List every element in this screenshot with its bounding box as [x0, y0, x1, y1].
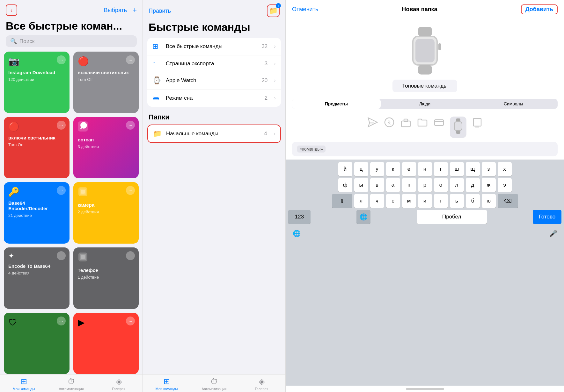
tab-gallery-p2[interactable]: ◈ Галерея [238, 377, 285, 391]
shortcut-card-vpn[interactable]: ··· 🛡 [4, 313, 70, 374]
shortcut-card-base64[interactable]: ··· 🔑 Base64 Encoder/Decoder 21 действие [4, 182, 70, 244]
key-ж[interactable]: ж [482, 178, 496, 192]
folder-item-startup[interactable]: 📁 Начальные команды 4 › [148, 125, 280, 142]
shortcut-card-youtube[interactable]: ··· ▶ [73, 313, 139, 374]
key-щ[interactable]: щ [466, 162, 480, 176]
list-item-count: 3 [265, 61, 267, 67]
emoji-card[interactable] [433, 117, 445, 138]
all-shortcuts-icon: ⊞ [152, 42, 161, 51]
key-о[interactable]: о [434, 178, 448, 192]
cancel-button[interactable]: Отменить [292, 6, 318, 13]
key-с[interactable]: с [386, 194, 400, 208]
more-button[interactable]: ··· [126, 55, 135, 64]
more-button[interactable]: ··· [126, 121, 135, 130]
emoji-folder[interactable] [417, 117, 428, 138]
more-button[interactable]: ··· [57, 121, 66, 130]
shift-key[interactable]: ⇧ [332, 194, 352, 208]
emoji-send[interactable] [367, 117, 378, 138]
list-item-export[interactable]: ↑ Страница экспорта 3 › [147, 55, 281, 72]
list-item-label: Apple Watch [166, 77, 257, 84]
key-ч[interactable]: ч [370, 194, 384, 208]
mic-key[interactable]: 🎤 [546, 226, 560, 240]
more-button[interactable]: ··· [57, 317, 66, 325]
key-б[interactable]: б [466, 194, 480, 208]
shortcut-card-phone[interactable]: ··· Телефон 1 действие [73, 247, 139, 309]
key-м[interactable]: м [402, 194, 416, 208]
more-button[interactable]: ··· [126, 186, 135, 195]
list-item-sleep[interactable]: 🛏 Режим сна 2 › [147, 89, 281, 107]
emoji-tab-people[interactable]: Люди [381, 99, 469, 109]
key-ц[interactable]: ц [354, 162, 368, 176]
card-icon [78, 121, 135, 134]
emoji-watch[interactable] [450, 117, 466, 138]
key-ы[interactable]: ы [354, 178, 368, 192]
edit-button[interactable]: Править [149, 8, 171, 14]
key-в[interactable]: в [370, 178, 384, 192]
key-г[interactable]: г [434, 162, 448, 176]
folder-name-input[interactable]: «команды» [292, 142, 558, 156]
shortcut-card-whatsapp[interactable]: ··· вотсап 3 действия [73, 117, 139, 178]
tab-automation[interactable]: ⏱ Автоматизация [48, 377, 95, 391]
key-л[interactable]: л [450, 178, 464, 192]
key-я[interactable]: я [354, 194, 368, 208]
emoji-compass[interactable] [384, 117, 395, 138]
emoji-briefcase[interactable] [400, 117, 412, 138]
tab-auto-icon: ⏱ [68, 377, 75, 386]
back-button[interactable]: ‹ [6, 4, 17, 16]
card-icon: 🔴 [8, 121, 65, 132]
key-т[interactable]: т [434, 194, 448, 208]
key-р[interactable]: р [418, 178, 432, 192]
shortcut-card-encode[interactable]: ··· ✦ Encode To Base64 4 действия [4, 247, 70, 309]
more-button[interactable]: ··· [126, 317, 135, 325]
more-button[interactable]: ··· [57, 186, 66, 195]
search-bar[interactable]: 🔍 Поиск [6, 35, 137, 47]
add-button[interactable]: + [133, 6, 137, 14]
globe-key[interactable]: 🌐 [356, 210, 370, 224]
list-item-apple-watch[interactable]: ⌚ Apple Watch 20 › [147, 72, 281, 89]
key-ш[interactable]: ш [450, 162, 464, 176]
card-icon: ✦ [8, 252, 65, 260]
space-key[interactable]: Пробел [417, 210, 487, 224]
key-х[interactable]: х [498, 162, 512, 176]
tab-my-icon: ⊞ [164, 377, 170, 386]
key-к[interactable]: к [386, 162, 400, 176]
add-folder-button[interactable]: Добавить [521, 4, 558, 14]
key-э[interactable]: э [498, 178, 512, 192]
shortcut-card-instagram[interactable]: ··· 📷 Instagram Download 120 действий [4, 52, 70, 113]
new-folder-button[interactable]: 📁 + [267, 4, 280, 17]
key-з[interactable]: з [482, 162, 496, 176]
key-й[interactable]: й [338, 162, 352, 176]
num-key[interactable]: 123 [288, 210, 311, 224]
panel1-title: Все быстрые коман... [0, 18, 143, 35]
tab-my-shortcuts-p2[interactable]: ⊞ Мои команды [143, 377, 190, 391]
shortcut-card-camera[interactable]: ··· камера 2 действия [73, 182, 139, 244]
key-е[interactable]: е [402, 162, 416, 176]
emoji-tab-symbols[interactable]: Символы [469, 99, 558, 109]
select-button[interactable]: Выбрать [104, 7, 127, 14]
more-button[interactable]: ··· [126, 251, 135, 260]
emoji-phone[interactable] [472, 117, 483, 138]
card-name: Encode To Base64 [8, 263, 65, 269]
globe-icon-key[interactable]: 🌐 [289, 226, 304, 240]
key-ю[interactable]: ю [482, 194, 496, 208]
more-button[interactable]: ··· [57, 55, 66, 64]
key-а[interactable]: а [386, 178, 400, 192]
done-key[interactable]: Готово [533, 210, 561, 224]
list-item-all[interactable]: ⊞ Все быстрые команды 32 › [147, 38, 281, 55]
key-и[interactable]: и [418, 194, 432, 208]
tab-gallery[interactable]: ◈ Галерея [95, 377, 143, 391]
more-button[interactable]: ··· [57, 251, 66, 260]
key-ь[interactable]: ь [450, 194, 464, 208]
tab-automation-p2[interactable]: ⏱ Автоматизация [190, 377, 238, 391]
chevron-icon: › [274, 43, 276, 50]
key-у[interactable]: у [370, 162, 384, 176]
emoji-tab-items[interactable]: Предметы [292, 99, 381, 109]
key-н[interactable]: н [418, 162, 432, 176]
shortcut-card-light-off[interactable]: ··· 🔴 выключи светильник Turn Off [73, 52, 139, 113]
key-ф[interactable]: ф [338, 178, 352, 192]
key-п[interactable]: п [402, 178, 416, 192]
delete-key[interactable]: ⌫ [498, 194, 518, 208]
key-д[interactable]: д [466, 178, 480, 192]
shortcut-card-light-on[interactable]: ··· 🔴 включи светильник Turn On [4, 117, 70, 178]
tab-my-shortcuts[interactable]: ⊞ Мои команды [0, 377, 48, 391]
